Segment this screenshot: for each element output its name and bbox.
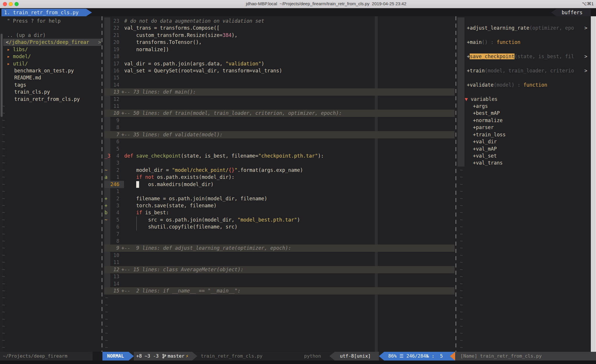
window-separator-left[interactable]: [102, 16, 102, 352]
tree-item[interactable]: tags: [14, 81, 26, 89]
powerline-arrow-icon: [129, 352, 134, 361]
tab-arrow-separator: [86, 9, 92, 16]
tagbar-tag-item[interactable]: +main() : function: [467, 39, 520, 46]
tree-item[interactable]: ▸ util/: [7, 60, 28, 67]
gutter-sign: ~: [104, 216, 107, 224]
window-separator-right[interactable]: [455, 16, 456, 352]
tagbar-truncate-marker: >: [584, 67, 587, 74]
tagbar-tag-item[interactable]: +train_loss: [473, 131, 506, 138]
line-number: 13: [104, 88, 119, 96]
code-line[interactable]: model_dir = "model/check_point/{}".forma…: [124, 167, 303, 174]
text-span: {}: [228, 167, 234, 173]
line-number: 14: [104, 81, 119, 89]
tagbar-tag-item[interactable]: +parser: [473, 124, 494, 131]
fold-line[interactable]: +-- 35 lines: def validate(model):: [121, 131, 223, 138]
tagbar-tag-item[interactable]: +validate(model) : function: [467, 81, 547, 89]
powerline-arrow-icon: [192, 352, 197, 361]
code-line[interactable]: torch.save(state, filename): [124, 202, 217, 209]
tagbar-section-header[interactable]: ▼ variables: [465, 96, 498, 103]
line-number: 3: [104, 159, 119, 167]
tagbar-tag-item[interactable]: +normalize: [473, 117, 503, 124]
tilde-marker: ~: [2, 174, 5, 181]
text-span: ▸: [7, 47, 13, 52]
tilde-marker: ~: [460, 259, 463, 266]
code-line[interactable]: val_dir = os.path.join(args.data, "valid…: [124, 60, 264, 67]
main-scrollbar-thumb[interactable]: [592, 16, 595, 352]
tagbar-tag-item[interactable]: +args: [473, 103, 488, 110]
text-span: (): [482, 39, 487, 45]
tilde-marker: ~: [2, 344, 5, 351]
text-span: (model): [494, 82, 515, 88]
code-line[interactable]: val_set = QuerySet(root=val_dir, transfo…: [124, 67, 282, 74]
tilde-marker: ~: [460, 195, 463, 202]
tagbar-tag-item[interactable]: +val_dir: [473, 138, 497, 145]
tagbar-tag-item[interactable]: +train(model, train_loader, criterio: [467, 67, 574, 74]
gutter-sign: _3: [104, 152, 110, 160]
fold-line[interactable]: +-- 15 lines: class AverageMeter(object)…: [121, 266, 244, 273]
code-line[interactable]: shutil.copyfile(filename, src): [124, 223, 237, 231]
tagbar-tag-item[interactable]: +val_trans: [473, 159, 503, 167]
text-span: src = os.path.join(model_dir,: [124, 217, 237, 223]
text-span: ▼: [465, 96, 471, 102]
tree-item[interactable]: train_cls.py: [14, 88, 50, 96]
tilde-marker: ~: [460, 238, 463, 245]
buffers-label[interactable]: buffers: [562, 9, 583, 16]
tree-item[interactable]: ▸ libs/: [7, 46, 28, 53]
code-line[interactable]: if is_best:: [124, 209, 169, 216]
tilde-marker: ~: [2, 209, 5, 216]
tagbar-tag-item[interactable]: +best_mAP: [473, 110, 500, 117]
tree-item[interactable]: train_retr_from_cls.py: [14, 96, 80, 103]
text-span: ):: [318, 153, 324, 159]
fold-line[interactable]: +-- 73 lines: def main():: [121, 88, 196, 96]
tilde-marker: ~: [2, 294, 5, 301]
text-span: .. (up a dir): [7, 32, 46, 38]
powerline-arrow-icon: [329, 352, 335, 361]
text-span: /jdhao/Projects/deep_firear: [9, 39, 89, 45]
main-scrollbar[interactable]: [591, 16, 596, 352]
code-line[interactable]: transforms.ToTensor(),: [124, 39, 202, 46]
line-number: 21: [104, 32, 119, 39]
tilde-marker: ~: [460, 252, 463, 259]
code-line[interactable]: custom_transform.Resize(size=384),: [124, 32, 237, 39]
text-span: +normalize: [473, 117, 503, 123]
line-number: 8: [104, 124, 119, 131]
text-span: " Press ? for help: [7, 18, 61, 24]
zoom-window-button[interactable]: [15, 2, 19, 6]
text-span: <: [6, 39, 9, 45]
code-line[interactable]: src = os.path.join(model_dir, "model_bes…: [124, 216, 300, 224]
minimize-window-button[interactable]: [9, 2, 13, 6]
tagbar-tag-item[interactable]: +val_mAP: [473, 145, 497, 153]
fold-line[interactable]: +-- 9 lines: def adjust_learning_rate(op…: [121, 245, 291, 252]
tagbar-tag-item[interactable]: +adjust_learning_rate(optimizer, epo: [467, 24, 574, 32]
line-number: 17: [104, 60, 119, 67]
tagbar-tag-item[interactable]: +val_set: [473, 152, 497, 160]
indent-guide: [136, 223, 137, 230]
code-line[interactable]: normalize]): [124, 46, 169, 53]
code-line[interactable]: val_trans = transforms.Compose([: [124, 24, 220, 32]
text-span: val_trans = transforms.Compose([: [124, 25, 220, 31]
code-line[interactable]: # do not do data augmentation on validat…: [124, 17, 264, 25]
code-line[interactable]: if not os.path.exists(model_dir):: [124, 174, 235, 181]
tree-item[interactable]: ▸ model/: [7, 53, 31, 60]
tagbar-tag-item[interactable]: +save_checkpoint(state, is_best, fil: [467, 53, 574, 60]
close-window-button[interactable]: [3, 2, 7, 6]
line-number: 23: [104, 17, 119, 25]
tilde-marker: ~: [460, 202, 463, 209]
fold-line[interactable]: +-- 50 lines: def train(model, train_loa…: [121, 110, 342, 117]
code-line[interactable]: def save_checkpoint(state, is_best, file…: [124, 152, 324, 160]
tilde-marker: ~: [2, 337, 5, 344]
tree-help-line[interactable]: " Press ? for help: [7, 17, 61, 25]
tree-item[interactable]: benchmark_on_test.py: [14, 67, 74, 74]
command-line[interactable]: [0, 361, 596, 364]
tab-label[interactable]: 1. train_retr_from_cls.py: [4, 9, 79, 16]
code-line[interactable]: filename = os.path.join(model_dir, filen…: [124, 195, 267, 202]
text-span: ),: [231, 32, 237, 38]
tilde-marker: ~: [460, 344, 463, 351]
tree-help-line[interactable]: .. (up a dir): [7, 32, 46, 39]
fold-line[interactable]: +-- 2 lines: if __name__ == "__main__":: [121, 287, 240, 295]
text-span: train_cls.py: [14, 89, 50, 95]
tilde-marker: ~: [2, 145, 5, 153]
tree-item[interactable]: </jdhao/Projects/deep_firear: [6, 39, 89, 46]
tree-item[interactable]: README.md: [14, 74, 41, 81]
text-span: +val_mAP: [473, 146, 497, 152]
